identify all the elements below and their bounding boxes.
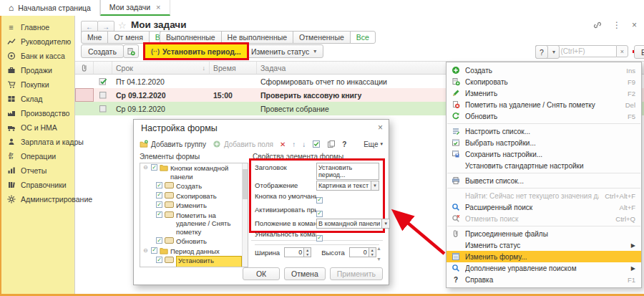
menu-item[interactable]: Установить стандартные настройки (447, 160, 641, 171)
create-button[interactable]: Создать (81, 44, 124, 58)
menu-item[interactable]: Выбрать настройки... (447, 137, 641, 148)
checkbox-checked-icon[interactable]: ✓ (156, 211, 162, 218)
people-icon (6, 138, 16, 146)
move-up-icon[interactable]: ↑ (292, 140, 296, 148)
more-menu: СоздатьInsСкопироватьF9ИзменитьF2Пометит… (446, 62, 642, 288)
menu-item[interactable]: Пометить на удаление / Снять пометкуDel (447, 99, 641, 110)
menu-item[interactable]: Отменить поискCtrl+Q (447, 213, 641, 224)
apply-button[interactable]: Применить (330, 267, 383, 280)
sidebar-item-Зарплата и кадры[interactable]: Зарплата и кадры (0, 135, 74, 149)
property-select[interactable]: В командной панели▼ (316, 219, 390, 229)
checkbox-checked-icon[interactable]: ✓ (156, 182, 162, 188)
checkbox-checked-icon[interactable]: ✓ (316, 197, 323, 204)
check-all-icon[interactable] (312, 140, 321, 148)
width-stepper[interactable]: 0▲▼ (284, 247, 311, 257)
tab-close-icon[interactable]: × (156, 3, 160, 11)
tree-item[interactable]: ✓Установить период... (140, 256, 248, 267)
tree-item[interactable]: ⊖✓Период данных (140, 247, 248, 257)
sidebar-item-Покупки[interactable]: Покупки (0, 77, 74, 92)
sidebar-item-Руководителю[interactable]: Руководителю (0, 34, 74, 49)
remove-icon[interactable]: ✕ (280, 140, 286, 148)
menu-separator (447, 188, 640, 188)
change-status-button[interactable]: Изменить статус▾ (244, 44, 323, 58)
favorite-star-icon[interactable]: ☆ (118, 20, 127, 31)
dialog-close-icon[interactable]: × (378, 123, 383, 133)
menu-item[interactable]: Найти: Сейчас нет текущего значения для … (447, 190, 641, 201)
sidebar-item-Справочники[interactable]: Справочники (0, 178, 74, 192)
sidebar-item-Банк и касса[interactable]: Банк и касса (0, 49, 74, 63)
ok-button[interactable]: ОК (243, 267, 280, 280)
filter-option[interactable]: Все (350, 31, 376, 44)
dialog-more-button[interactable]: Еще▾ (364, 140, 383, 148)
sidebar-item-ОС и НМА[interactable]: ОС и НМА (0, 120, 74, 135)
move-down-icon[interactable]: ↓ (302, 140, 306, 148)
menu-item[interactable]: ОбновитьF5 (447, 110, 641, 122)
filter-option[interactable]: Мне (81, 31, 108, 44)
menu-item[interactable]: Изменить статус▶ (447, 239, 641, 251)
tree-item[interactable]: ✓Скопировать (140, 191, 248, 201)
expander-icon[interactable]: ⊖ (143, 247, 149, 254)
cancel-button[interactable]: Отмена (284, 267, 326, 280)
tab-home[interactable]: ⌂ Начальная страница (0, 0, 100, 16)
chevron-down-icon[interactable]: ▼ (371, 181, 379, 190)
tab-my-tasks[interactable]: Мои задачи × (100, 0, 170, 16)
menu-item[interactable]: Дополнение управление поиском▶ (447, 262, 641, 274)
filter-option[interactable]: Отмененные (293, 31, 351, 44)
set-period-button[interactable]: (··) Установить период... (145, 44, 247, 58)
checkbox-checked-icon[interactable]: ✓ (156, 237, 162, 244)
checkbox-checked-icon[interactable]: ✓ (156, 201, 162, 208)
date-column-header[interactable]: Срок↓ (112, 62, 210, 74)
menu-item[interactable]: СоздатьIns (447, 65, 641, 76)
tree-item[interactable]: ✓Обновить (140, 237, 248, 247)
window-menu-icon[interactable]: ⋮ (613, 21, 621, 29)
add-fields-button[interactable]: Добавить поля (213, 140, 273, 148)
sidebar-item-Производство[interactable]: Производство (0, 106, 74, 120)
copy-document-button[interactable] (123, 44, 139, 58)
menu-item[interactable]: Присоединенные файлы (447, 228, 641, 239)
tree-item[interactable]: ✓Пометить на удаление / Снять пометку (140, 211, 248, 237)
sidebar-item-Операции[interactable]: ДтКтОперации (0, 149, 74, 163)
menu-item[interactable]: Настроить список... (447, 125, 641, 137)
sidebar-item-Склад[interactable]: Склад (0, 92, 74, 106)
tree-scrollbar[interactable] (242, 163, 248, 267)
menu-item[interactable]: ИзменитьF2 (447, 87, 641, 99)
dialog-title: Настройка формы (141, 123, 218, 133)
chevron-down-icon[interactable]: ▼ (381, 219, 389, 228)
tree-item[interactable]: ✓Изменить (140, 201, 248, 211)
menu-item[interactable]: Расширенный поискAlt+F (447, 201, 641, 213)
menu-item[interactable]: СкопироватьF9 (447, 76, 641, 87)
height-stepper[interactable]: 0▲▼ (349, 247, 376, 257)
property-select[interactable]: Картинка и текст▼ (316, 181, 379, 191)
window-close-icon[interactable]: × (632, 21, 637, 29)
checkbox-checked-icon[interactable]: ✓ (151, 164, 157, 171)
menu-item[interactable]: Сохранить настройки... (447, 148, 641, 160)
status-column-header[interactable] (94, 62, 112, 74)
title-textarea[interactable]: Установить период... (316, 163, 379, 180)
sidebar-item-Отчеты[interactable]: Отчеты (0, 163, 74, 178)
paperclip-column-icon[interactable] (80, 64, 89, 72)
menu-item[interactable]: Изменить форму... (447, 251, 641, 262)
time-column-header[interactable]: Время (210, 62, 257, 74)
tree-item[interactable]: ⊖✓Кнопки командной панели (140, 163, 248, 181)
link-icon[interactable] (593, 21, 602, 29)
sidebar-item-Продажи[interactable]: Продажи (0, 63, 74, 77)
checkbox-checked-icon[interactable]: ✓ (151, 247, 157, 254)
sidebar-item-Администрирование[interactable]: Администрирование (0, 192, 74, 206)
element-button-icon (165, 182, 174, 188)
tree-item[interactable]: ✓Создать (140, 181, 248, 191)
dialog-help-icon[interactable]: ? (342, 140, 346, 148)
help-button[interactable]: ? (535, 45, 548, 59)
sidebar-item-label: Покупки (21, 80, 49, 89)
menu-item[interactable]: Вывести список... (447, 175, 641, 186)
checkbox-checked-icon[interactable]: ✓ (156, 257, 162, 263)
copy-settings-icon[interactable] (327, 140, 336, 148)
search-clear-icon[interactable]: × (616, 45, 628, 57)
sidebar-item-Главное[interactable]: ≡Главное (0, 20, 74, 34)
checkbox-checked-icon[interactable]: ✓ (316, 235, 323, 242)
expander-icon[interactable]: ⊖ (143, 164, 149, 171)
more-button[interactable]: Еще▾ (634, 45, 644, 59)
menu-item[interactable]: ?СправкаF1 (447, 274, 641, 285)
add-group-button[interactable]: Добавить группу (140, 140, 206, 148)
checkbox-checked-icon[interactable]: ✓ (156, 192, 162, 199)
checkbox-checked-icon[interactable]: ✓ (316, 211, 323, 217)
